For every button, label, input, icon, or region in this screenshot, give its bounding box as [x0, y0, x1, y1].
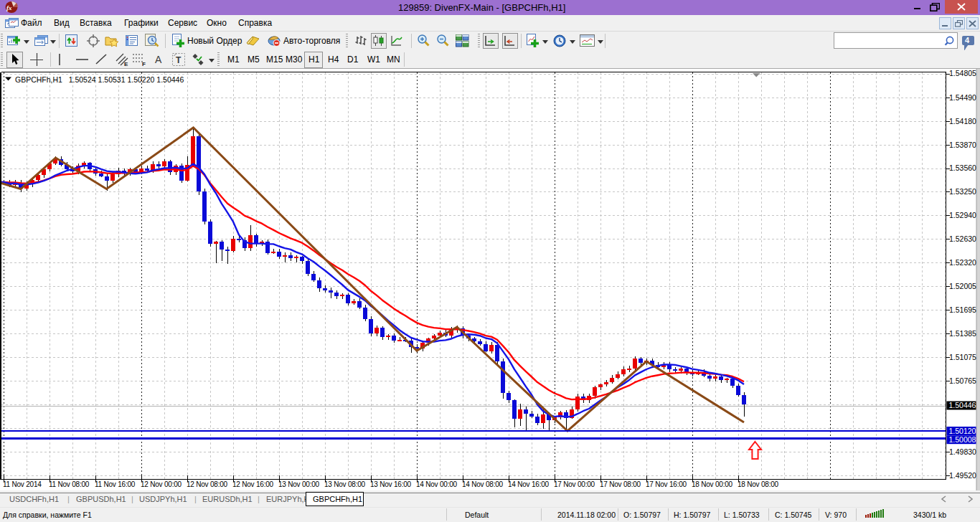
- svg-text:1.52320: 1.52320: [949, 258, 976, 267]
- svg-text:14 Nov 00:00: 14 Nov 00:00: [416, 480, 458, 488]
- svg-text:13 Nov 08:00: 13 Nov 08:00: [324, 480, 366, 488]
- svg-text:17 Nov 08:00: 17 Nov 08:00: [600, 480, 641, 488]
- svg-text:13 Nov 16:00: 13 Nov 16:00: [370, 480, 412, 488]
- svg-text:12 Nov 08:00: 12 Nov 08:00: [187, 480, 228, 488]
- svg-text:1.52630: 1.52630: [949, 234, 976, 243]
- svg-text:1.54805: 1.54805: [949, 69, 976, 77]
- svg-text:18 Nov 08:00: 18 Nov 08:00: [738, 480, 779, 488]
- svg-text:1.50765: 1.50765: [949, 376, 976, 385]
- svg-text:E: E: [124, 61, 128, 67]
- svg-text:1.51075: 1.51075: [949, 353, 976, 361]
- svg-text:11 Nov 16:00: 11 Nov 16:00: [95, 480, 136, 488]
- svg-text:1.50446: 1.50446: [949, 401, 976, 409]
- svg-text:14 Nov 08:00: 14 Nov 08:00: [462, 480, 504, 488]
- svg-text:1.52005: 1.52005: [949, 282, 976, 290]
- svg-text:14 Nov 16:00: 14 Nov 16:00: [508, 480, 550, 488]
- svg-text:13 Nov 00:00: 13 Nov 00:00: [278, 480, 320, 488]
- svg-text:11 Nov 2014: 11 Nov 2014: [3, 480, 42, 488]
- svg-text:1.50008: 1.50008: [949, 435, 976, 444]
- svg-text:1.54490: 1.54490: [949, 93, 976, 102]
- svg-text:1.53870: 1.53870: [949, 141, 976, 149]
- svg-text:17 Nov 16:00: 17 Nov 16:00: [646, 480, 687, 488]
- svg-text:1.51385: 1.51385: [949, 329, 976, 338]
- svg-text:F: F: [142, 61, 146, 67]
- svg-text:T: T: [176, 55, 182, 65]
- svg-text:11 Nov 08:00: 11 Nov 08:00: [49, 480, 90, 488]
- svg-text:1.49520: 1.49520: [949, 471, 976, 480]
- svg-text:12 Nov 00:00: 12 Nov 00:00: [141, 480, 182, 488]
- svg-text:1.52940: 1.52940: [949, 211, 976, 219]
- svg-text:1.53560: 1.53560: [949, 163, 976, 172]
- svg-text:1.53250: 1.53250: [949, 187, 976, 196]
- svg-text:12 Nov 16:00: 12 Nov 16:00: [232, 480, 274, 488]
- svg-text:fx: fx: [6, 4, 12, 11]
- svg-text:1.54180: 1.54180: [949, 117, 976, 125]
- svg-text:GBPCHFh,H1 1.50524 1.50531 1: GBPCHFh,H1 1.50524 1.50531 1.50220 1.504…: [15, 75, 184, 84]
- svg-text:1.49830: 1.49830: [949, 447, 976, 456]
- svg-text:1.51695: 1.51695: [949, 305, 976, 314]
- svg-text:1.50120: 1.50120: [949, 427, 976, 435]
- svg-text:18 Nov 00:00: 18 Nov 00:00: [692, 480, 733, 488]
- svg-text:17 Nov 00:00: 17 Nov 00:00: [554, 480, 595, 488]
